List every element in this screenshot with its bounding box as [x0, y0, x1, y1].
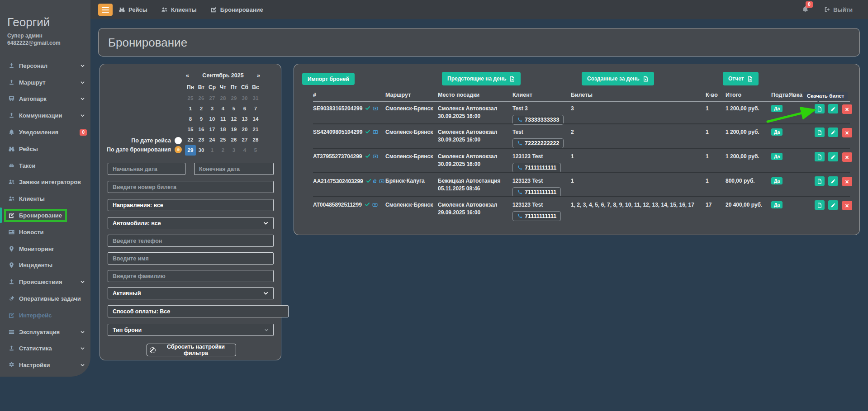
calendar-day[interactable]: 17 [207, 124, 218, 135]
edit-booking-button[interactable] [828, 152, 838, 161]
edit-booking-button[interactable] [828, 176, 838, 186]
sidebar-item-interface[interactable]: Интерфейс [0, 307, 90, 324]
client-phone-button[interactable]: 71111111111 [512, 163, 561, 173]
download-ticket-button[interactable] [815, 200, 825, 210]
download-ticket-button[interactable] [815, 128, 825, 137]
calendar-day[interactable]: 22 [185, 135, 196, 145]
delete-booking-button[interactable]: × [842, 104, 852, 114]
sidebar-item-trips[interactable]: Рейсы [0, 141, 90, 157]
calendar-day[interactable]: 14 [250, 114, 261, 124]
sidebar-item-monitoring[interactable]: Мониторинг [0, 241, 90, 257]
sidebar-item-fleet[interactable]: Автопарк [0, 91, 90, 108]
sidebar-item-personal[interactable]: Персонал [0, 57, 90, 74]
calendar-day[interactable]: 26 [228, 135, 239, 145]
calendar-day[interactable]: 8 [185, 114, 196, 124]
calendar-day[interactable]: 5 [228, 104, 239, 114]
sidebar-item-operational-tasks[interactable]: Оперативные задачи [0, 290, 90, 307]
sidebar-item-settings[interactable]: Настройки [0, 357, 90, 373]
radio-trip-date-unselected[interactable] [175, 137, 182, 144]
navbar-item-booking[interactable]: Бронирование [210, 6, 263, 13]
calendar-day-selected[interactable]: 29 [185, 145, 196, 156]
calendar-day[interactable]: 29 [228, 93, 239, 104]
calendar-day[interactable]: 10 [207, 114, 218, 124]
calendar-day[interactable]: 18 [218, 124, 228, 135]
sidebar-item-clients[interactable]: Клиенты [0, 190, 90, 207]
calendar-day[interactable]: 4 [239, 145, 250, 156]
delete-booking-button[interactable]: × [842, 201, 852, 210]
calendar-day[interactable]: 27 [239, 135, 250, 145]
end-date-input[interactable] [194, 163, 274, 175]
sidebar-item-communications[interactable]: Коммуникации [0, 107, 90, 124]
calendar-day[interactable]: 13 [239, 114, 250, 124]
directions-select[interactable]: Направления: все [108, 199, 274, 211]
calendar-day[interactable]: 11 [218, 114, 228, 124]
calendar-day[interactable]: 31 [250, 93, 261, 104]
phone-input[interactable] [108, 235, 274, 247]
client-phone-button[interactable]: 71111111111 [512, 211, 561, 221]
calendar-day[interactable]: 27 [207, 93, 218, 104]
sidebar-item-statistics[interactable]: Статистика [0, 340, 90, 357]
sidebar-item-accidents[interactable]: Происшествия [0, 274, 90, 290]
client-phone-button[interactable]: 72222222222 [512, 138, 564, 148]
sidebar-item-notifications[interactable]: Уведомления 0 [0, 124, 90, 141]
cars-select[interactable]: Автомобили: все [108, 217, 274, 229]
calendar-day[interactable]: 3 [207, 104, 218, 114]
calendar-day[interactable]: 1 [185, 104, 196, 114]
calendar-day[interactable]: 2 [196, 104, 207, 114]
delete-booking-button[interactable]: × [842, 152, 852, 162]
delete-booking-button[interactable]: × [842, 128, 852, 137]
calendar-prev-button[interactable]: « [185, 72, 190, 79]
booking-type-select[interactable]: Тип брони [108, 324, 274, 336]
calendar-day[interactable]: 25 [185, 93, 196, 104]
calendar-next-button[interactable]: » [256, 72, 261, 79]
calendar-day[interactable]: 16 [196, 124, 207, 135]
first-name-input[interactable] [108, 252, 274, 265]
calendar-day[interactable]: 28 [250, 135, 261, 145]
calendar-day[interactable]: 30 [196, 145, 207, 156]
calendar-day[interactable]: 24 [207, 135, 218, 145]
menu-toggle-button[interactable] [98, 4, 113, 16]
calendar-day[interactable]: 1 [207, 145, 218, 156]
calendar-day[interactable]: 15 [185, 124, 196, 135]
sidebar-item-taxi[interactable]: Такси [0, 157, 90, 174]
last-name-input[interactable] [108, 270, 274, 282]
notifications-bell[interactable]: 0 [802, 5, 810, 14]
filter-by-booking-date[interactable]: По дате бронирования [100, 146, 182, 153]
reset-filters-button[interactable]: Сбросить настройки фильтра [147, 344, 236, 356]
calendar-day[interactable]: 23 [196, 135, 207, 145]
delete-booking-button[interactable]: × [842, 177, 852, 186]
calendar-day[interactable]: 26 [196, 93, 207, 104]
calendar-day[interactable]: 30 [239, 93, 250, 104]
edit-booking-button[interactable] [828, 200, 838, 210]
calendar-day[interactable]: 21 [250, 124, 261, 135]
calendar-day[interactable]: 20 [239, 124, 250, 135]
download-ticket-button[interactable] [815, 152, 825, 161]
sidebar-item-news[interactable]: Новости [0, 224, 90, 241]
navbar-item-trips[interactable]: Рейсы [119, 6, 147, 13]
calendar-day[interactable]: 9 [196, 114, 207, 124]
sidebar-item-incidents[interactable]: Инциденты [0, 257, 90, 274]
calendar-day[interactable]: 25 [218, 135, 228, 145]
download-ticket-button[interactable] [815, 104, 825, 113]
calendar-day[interactable]: 4 [218, 104, 228, 114]
calendar-day[interactable]: 6 [239, 104, 250, 114]
sidebar-item-route[interactable]: Маршрут [0, 74, 90, 91]
calendar-day[interactable]: 28 [218, 93, 228, 104]
sidebar-item-booking[interactable]: Бронирование [0, 207, 90, 224]
sidebar-item-operations[interactable]: Эксплуатация [0, 324, 90, 340]
calendar-day[interactable]: 19 [228, 124, 239, 135]
sidebar-item-integrator-requests[interactable]: Заявки интеграторов [0, 174, 90, 191]
calendar-day[interactable]: 2 [218, 145, 228, 156]
status-select[interactable]: Активный [108, 287, 274, 299]
calendar-day[interactable]: 7 [250, 104, 261, 114]
calendar-day[interactable]: 12 [228, 114, 239, 124]
ticket-number-input[interactable] [108, 181, 274, 193]
filter-by-trip-date[interactable]: По дате рейса [100, 137, 182, 144]
calendar-day[interactable]: 3 [228, 145, 239, 156]
edit-booking-button[interactable] [828, 128, 838, 137]
navbar-item-clients[interactable]: Клиенты [161, 6, 197, 13]
download-ticket-button[interactable] [815, 176, 825, 186]
start-date-input[interactable] [108, 163, 185, 175]
payment-method-select[interactable]: Способ оплаты: Все [108, 305, 289, 317]
client-phone-button[interactable]: 71111111111 [512, 187, 561, 197]
